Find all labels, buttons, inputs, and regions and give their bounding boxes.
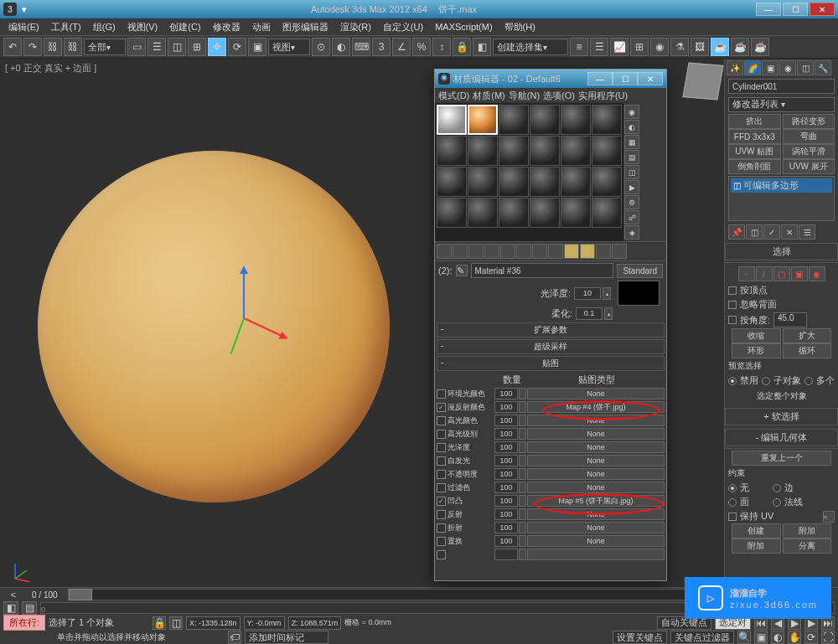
dropdown-icon[interactable]: ▾ <box>22 4 32 14</box>
undo-button[interactable]: ↶ <box>3 38 22 56</box>
select-by-mat-button[interactable]: ☍ <box>624 210 639 224</box>
menu-animation[interactable]: 动画 <box>247 19 276 35</box>
tab-display[interactable]: ◫ <box>797 60 814 75</box>
btn-ffd[interactable]: FFD 3x3x3 <box>728 129 781 144</box>
mat-map-nav-button[interactable]: ◈ <box>624 225 639 240</box>
map-chk-4[interactable] <box>437 443 446 452</box>
map-btn-9[interactable]: None <box>527 508 665 520</box>
material-name-field[interactable]: Material #36 <box>471 263 614 278</box>
center-button[interactable]: ⊙ <box>312 38 330 56</box>
map-amt-7[interactable]: 100 <box>494 482 518 493</box>
matmenu-nav[interactable]: 导航(N) <box>509 90 540 102</box>
mat-slot-11[interactable] <box>592 136 622 166</box>
mat-slot-14[interactable] <box>499 167 529 197</box>
menu-view[interactable]: 视图(V) <box>122 19 163 35</box>
trackbar-filter-button[interactable]: ▤ <box>22 601 37 615</box>
map-chk-9[interactable] <box>437 510 446 519</box>
maprow-extra-sp[interactable] <box>519 549 526 560</box>
map-spin-10[interactable] <box>519 522 526 533</box>
gloss-spinner[interactable]: ▴ <box>603 287 611 300</box>
coord-y[interactable]: Y: -0.0mm <box>244 616 285 630</box>
filter-select[interactable]: 全部 ▾ <box>84 39 126 55</box>
mat-slot-21[interactable] <box>530 198 560 228</box>
map-chk-0[interactable] <box>437 389 446 399</box>
tab-motion[interactable]: ◉ <box>779 60 796 75</box>
btn-bevel[interactable]: 倒角剖面 <box>728 159 781 174</box>
stack-item-editablepoly[interactable]: ◫ 可编辑多边形 <box>731 178 832 193</box>
spinner-snap-button[interactable]: ↕ <box>432 38 451 56</box>
btn-shrink[interactable]: 收缩 <box>732 328 781 343</box>
mat-slot-16[interactable] <box>561 167 591 197</box>
nav-maximize-button[interactable]: ⛶ <box>821 631 835 644</box>
mat-slot-3[interactable] <box>530 105 560 135</box>
menu-render[interactable]: 渲染(R) <box>335 19 376 35</box>
map-spin-6[interactable] <box>519 468 526 480</box>
map-amt-5[interactable]: 100 <box>494 455 518 466</box>
btn-detach[interactable]: 分离 <box>783 538 832 554</box>
stack-config-button[interactable]: ☰ <box>799 224 815 240</box>
viewport-label[interactable]: [ +0 正交 真实 + 边面 ] <box>5 62 96 75</box>
move-button[interactable]: ✥ <box>208 38 226 56</box>
lock-selection-button[interactable]: 🔒 <box>153 616 166 630</box>
select-button[interactable]: ▭ <box>127 38 146 56</box>
btn-create[interactable]: 创建 <box>732 523 781 538</box>
snap-button[interactable]: 3 <box>372 38 391 56</box>
time-tag-icon[interactable]: 🏷 <box>228 631 241 644</box>
map-spin-1[interactable] <box>519 401 526 413</box>
matmenu-util[interactable]: 实用程序(U) <box>578 90 628 102</box>
menu-help[interactable]: 帮助(H) <box>499 19 541 35</box>
tab-hierarchy[interactable]: ▣ <box>762 60 779 75</box>
map-amt-10[interactable]: 100 <box>494 522 518 533</box>
btn-loop[interactable]: 循环 <box>783 343 832 358</box>
btn-preserveuv-opts[interactable]: ▫ <box>823 511 835 523</box>
map-amt-2[interactable]: 100 <box>494 415 518 426</box>
map-btn-10[interactable]: None <box>527 522 665 533</box>
map-spin-7[interactable] <box>519 482 526 493</box>
map-btn-3[interactable]: None <box>527 428 665 440</box>
get-material-button[interactable] <box>437 244 452 259</box>
map-spin-3[interactable] <box>519 428 526 440</box>
menu-create[interactable]: 创建(C) <box>164 19 205 35</box>
map-chk-1[interactable] <box>437 403 446 412</box>
nav-zoom-button[interactable]: 🔍 <box>737 631 751 644</box>
nav-zoomall-button[interactable]: ▣ <box>754 631 768 644</box>
mat-slot-7[interactable] <box>468 136 498 166</box>
btn-ring[interactable]: 环形 <box>732 343 781 358</box>
mat-slot-5[interactable] <box>592 105 622 135</box>
unlink-button[interactable]: ⛓ <box>64 38 82 56</box>
mat-slot-17[interactable] <box>592 167 622 197</box>
rollout-softsel[interactable]: + 软选择 <box>725 408 838 425</box>
matedit-titlebar[interactable]: ◉ 材质编辑器 - 02 - Default6 — ☐ ✕ <box>435 70 666 88</box>
btn-grow[interactable]: 扩大 <box>783 328 832 343</box>
radio-con-none[interactable] <box>728 484 737 492</box>
map-btn-0[interactable]: None <box>527 388 665 399</box>
map-btn-7[interactable]: None <box>527 482 665 493</box>
nav-orbit-button[interactable]: ⟳ <box>804 631 818 644</box>
map-chk-11[interactable] <box>437 537 446 546</box>
put-to-scene-button[interactable] <box>453 244 468 259</box>
matmenu-options[interactable]: 选项(O) <box>543 90 575 102</box>
keyb-button[interactable]: ⌨ <box>352 38 370 56</box>
map-chk-5[interactable] <box>437 456 446 466</box>
percent-snap-button[interactable]: % <box>412 38 431 56</box>
map-btn-11[interactable]: None <box>527 535 665 547</box>
object-name-field[interactable] <box>728 79 835 94</box>
rotate-button[interactable]: ⟳ <box>228 38 246 56</box>
put-to-lib-button[interactable] <box>532 244 547 259</box>
chk-preserveuv[interactable] <box>728 513 737 521</box>
mat-slot-6[interactable] <box>437 136 467 166</box>
app-logo-icon[interactable]: 3 <box>3 3 17 16</box>
select-name-button[interactable]: ☰ <box>147 38 166 56</box>
radio-con-face[interactable] <box>728 498 737 507</box>
mat-slot-0[interactable] <box>437 105 467 135</box>
btn-extrude[interactable]: 挤出 <box>728 114 781 129</box>
map-btn-6[interactable]: None <box>527 468 665 480</box>
maprow-extra-btn[interactable] <box>527 549 665 560</box>
trackbar-key-button[interactable]: ◧ <box>3 601 18 615</box>
map-spin-9[interactable] <box>519 508 526 520</box>
subobj-edge[interactable]: / <box>756 266 773 281</box>
btn-bend[interactable]: 弯曲 <box>783 129 835 144</box>
map-amt-3[interactable]: 100 <box>494 428 518 440</box>
teapot1-button[interactable]: ☕ <box>731 38 749 56</box>
show-in-vp-button[interactable] <box>564 244 579 259</box>
